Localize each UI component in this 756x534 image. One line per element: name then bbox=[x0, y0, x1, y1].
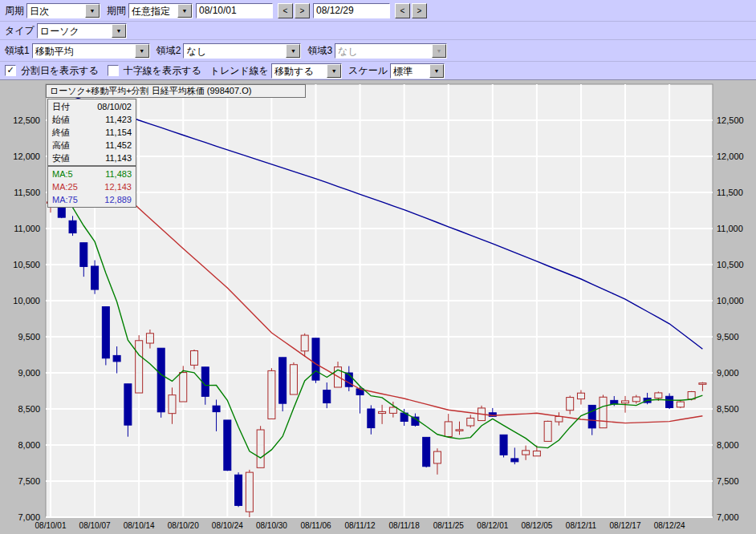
scale-select[interactable]: 標準 ▼ bbox=[390, 63, 445, 79]
split-day-checkbox[interactable]: ✓ bbox=[5, 65, 16, 76]
area3-value: なし bbox=[335, 44, 432, 58]
range-value: 任意指定 bbox=[129, 4, 177, 18]
area2-select[interactable]: なし ▼ bbox=[183, 43, 301, 59]
type-label: タイプ bbox=[5, 24, 35, 38]
x-axis-label: 08/11/12 bbox=[344, 521, 376, 530]
type-select[interactable]: ローソク ▼ bbox=[37, 23, 127, 38]
chevron-down-icon[interactable]: ▼ bbox=[327, 64, 341, 78]
y-axis-label-left: 12,500 bbox=[13, 115, 40, 125]
chevron-down-icon[interactable]: ▼ bbox=[112, 24, 126, 38]
crosshair-checkbox[interactable] bbox=[108, 65, 119, 76]
x-axis-label: 08/12/01 bbox=[477, 521, 508, 530]
y-axis-label-right: 12,000 bbox=[717, 152, 744, 161]
chevron-down-icon[interactable]: ▼ bbox=[135, 44, 149, 58]
area1-label: 領域1 bbox=[5, 44, 30, 58]
info-row: MA:2512,143 bbox=[48, 180, 136, 193]
toolbar: 周期 日次 ▼ 期間 任意指定 ▼ < > < > タイプ ローソク ▼ bbox=[0, 0, 756, 80]
info-row: 終値11,154 bbox=[48, 126, 136, 139]
period-select[interactable]: 日次 ▼ bbox=[26, 3, 100, 18]
date-to-next-button[interactable]: > bbox=[412, 3, 427, 18]
x-axis-label: 08/11/06 bbox=[300, 521, 331, 530]
toolbar-row-areas: 領域1 移動平均 ▼ 領域2 なし ▼ 領域3 なし ▼ bbox=[0, 40, 756, 62]
period-value: 日次 bbox=[27, 4, 85, 18]
split-day-label: 分割日を表示する bbox=[21, 64, 99, 78]
y-axis-label-left: 11,000 bbox=[14, 224, 40, 233]
date-from-input[interactable] bbox=[196, 3, 273, 18]
area2-value: なし bbox=[184, 44, 286, 58]
x-axis-label: 08/12/17 bbox=[610, 521, 641, 530]
y-axis-label-left: 7,500 bbox=[18, 476, 40, 486]
area3-label: 領域3 bbox=[307, 44, 332, 58]
date-to-prev-button[interactable]: < bbox=[395, 3, 410, 18]
x-axis-label: 08/12/05 bbox=[521, 521, 552, 530]
info-row: MA:7512,889 bbox=[48, 193, 136, 206]
chart-title: ローソク+移動平均+分割 日経平均株価 (998407.O) bbox=[46, 84, 306, 98]
ma-panel: MA:511,483MA:2512,143MA:7512,889 bbox=[47, 166, 136, 208]
toolbar-row-options: ✓ 分割日を表示する 十字線を表示する トレンド線を 移動する ▼ スケール 標… bbox=[0, 62, 756, 80]
y-axis-label-left: 11,500 bbox=[14, 188, 40, 197]
y-axis-label-left: 8,000 bbox=[18, 440, 40, 450]
chevron-down-icon[interactable]: ▼ bbox=[85, 4, 100, 18]
y-axis-label-right: 11,500 bbox=[717, 188, 743, 197]
y-axis-label-left: 9,000 bbox=[18, 368, 40, 378]
area1-select[interactable]: 移動平均 ▼ bbox=[32, 43, 150, 59]
y-axis-label-left: 9,500 bbox=[18, 332, 40, 342]
stock-chart-window: 周期 日次 ▼ 期間 任意指定 ▼ < > < > タイプ ローソク ▼ bbox=[0, 0, 756, 534]
y-axis-label-right: 10,500 bbox=[717, 260, 744, 269]
trend-select[interactable]: 移動する ▼ bbox=[271, 63, 342, 79]
info-row: 高値11,452 bbox=[48, 139, 136, 152]
info-row: 安値11,143 bbox=[48, 152, 136, 164]
scale-label: スケール bbox=[348, 64, 388, 78]
y-axis-label-left: 10,500 bbox=[13, 260, 40, 269]
y-axis-label-right: 8,500 bbox=[717, 404, 739, 414]
y-axis-label-right: 8,000 bbox=[717, 440, 739, 450]
toolbar-row-period: 周期 日次 ▼ 期間 任意指定 ▼ < > < > bbox=[0, 0, 756, 22]
trend-line-label: トレンド線を bbox=[210, 64, 269, 78]
toolbar-row-type: タイプ ローソク ▼ bbox=[0, 22, 756, 40]
y-axis-label-left: 10,000 bbox=[13, 296, 40, 305]
x-axis-label: 08/10/30 bbox=[256, 521, 287, 530]
x-axis-label: 08/12/24 bbox=[654, 521, 685, 530]
x-axis-label: 08/12/11 bbox=[566, 521, 597, 530]
x-axis-label: 08/10/20 bbox=[168, 521, 199, 530]
chevron-down-icon[interactable]: ▼ bbox=[177, 4, 192, 18]
chevron-down-icon[interactable]: ▼ bbox=[429, 64, 444, 78]
chevron-down-icon[interactable]: ▼ bbox=[286, 44, 300, 58]
area1-value: 移動平均 bbox=[33, 44, 135, 58]
chart-area[interactable]: 12,50012,50012,00012,00011,50011,50011,0… bbox=[0, 80, 756, 534]
trend-value: 移動する bbox=[272, 64, 327, 78]
range-label: 期間 bbox=[107, 4, 126, 18]
y-axis-label-right: 12,500 bbox=[717, 115, 744, 125]
scale-value: 標準 bbox=[391, 64, 429, 78]
ohlc-panel: 日付08/10/02始値11,423終値11,154高値11,452安値11,1… bbox=[47, 99, 136, 166]
x-axis-label: 08/11/18 bbox=[389, 521, 421, 530]
y-axis-label-right: 9,500 bbox=[717, 332, 739, 342]
x-axis-label: 08/11/25 bbox=[433, 521, 465, 530]
y-axis-label-right: 7,500 bbox=[717, 476, 739, 486]
y-axis-label-left: 8,500 bbox=[18, 404, 40, 414]
area3-select: なし ▼ bbox=[335, 43, 447, 59]
range-select[interactable]: 任意指定 ▼ bbox=[128, 3, 193, 18]
type-value: ローソク bbox=[38, 24, 112, 38]
x-axis-label: 08/10/14 bbox=[124, 521, 155, 530]
info-row: MA:511,483 bbox=[48, 168, 136, 180]
chevron-down-icon: ▼ bbox=[432, 44, 446, 58]
x-axis-label: 08/10/07 bbox=[79, 521, 111, 530]
x-axis-label: 08/10/24 bbox=[212, 521, 243, 530]
x-axis-label: 08/10/01 bbox=[35, 521, 67, 530]
period-label: 周期 bbox=[5, 4, 24, 18]
y-axis-label-left: 12,000 bbox=[13, 152, 40, 161]
date-from-prev-button[interactable]: < bbox=[278, 3, 293, 18]
y-axis-label-right: 9,000 bbox=[717, 368, 739, 378]
y-axis-label-right: 10,000 bbox=[717, 296, 744, 305]
date-from-next-button[interactable]: > bbox=[295, 3, 310, 18]
info-row: 始値11,423 bbox=[48, 113, 136, 126]
crosshair-label: 十字線を表示する bbox=[124, 64, 201, 78]
y-axis-label-right: 11,000 bbox=[717, 224, 743, 233]
y-axis-label-right: 7,000 bbox=[717, 512, 739, 522]
date-to-input[interactable] bbox=[313, 3, 390, 18]
area2-label: 領域2 bbox=[156, 44, 181, 58]
info-row: 日付08/10/02 bbox=[48, 100, 136, 113]
